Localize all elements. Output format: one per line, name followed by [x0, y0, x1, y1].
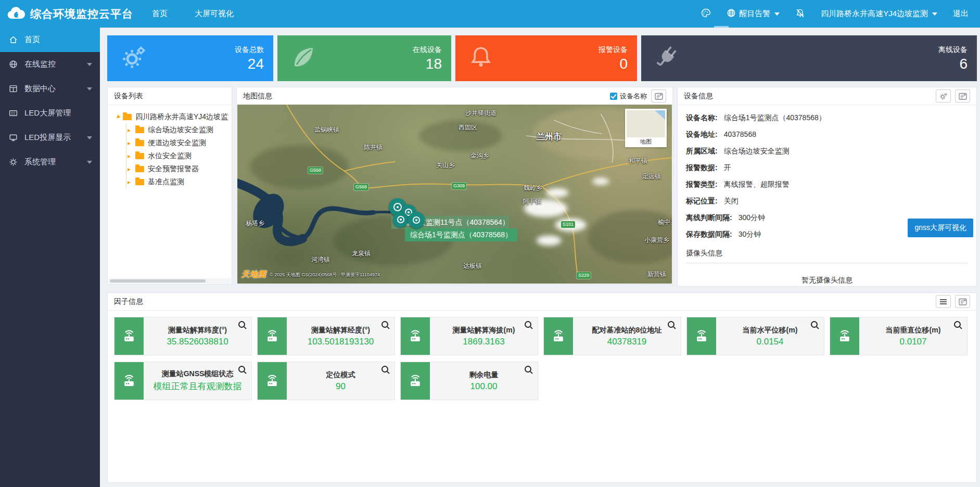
map-form-button[interactable]	[651, 89, 666, 102]
device-settings-button[interactable]	[936, 89, 951, 102]
tree-expand-icon[interactable]: ▼	[115, 112, 123, 121]
tree-node[interactable]: ▸基准点监测	[128, 175, 228, 188]
factor-card-horizontal-displacement[interactable]: 当前水平位移(m)0.0154	[686, 317, 824, 355]
tree-node-label: 安全预警报警器	[148, 164, 199, 174]
project-dropdown-label: 四川路桥永井高速YJ4边坡监测	[821, 9, 928, 19]
app-title: 综合环境监控云平台	[30, 7, 133, 21]
horizontal-scrollbar	[108, 278, 231, 284]
magnifier-icon[interactable]	[811, 321, 818, 328]
scrollbar-thumb[interactable]	[110, 279, 206, 283]
palette-icon[interactable]	[701, 8, 711, 20]
map-place-label: 杨塔乡	[246, 219, 264, 228]
folder-icon	[135, 153, 144, 159]
sidebar-item-label: 在线监控	[24, 59, 56, 69]
magnifier-icon[interactable]	[381, 366, 388, 373]
logout-button[interactable]: 退出	[953, 9, 969, 19]
factor-card-battery[interactable]: 剩余电量100.00	[400, 362, 538, 400]
tree-expand-icon[interactable]: ▸	[128, 178, 134, 186]
folder-icon	[135, 179, 144, 185]
sensor-icon	[114, 362, 144, 400]
sidebar-item-home[interactable]: 首页	[0, 28, 100, 52]
factor-card-altitude[interactable]: 测量站解算海拔(m)1869.3163	[400, 317, 538, 355]
magnifier-icon[interactable]	[238, 366, 245, 373]
tree-node[interactable]: ▸水位安全监测	[128, 149, 228, 162]
map-place-label: 定远镇	[642, 172, 661, 181]
map-place-label: 魏岭乡	[524, 184, 542, 193]
tree-expand-icon[interactable]: ▸	[128, 165, 134, 173]
device-name-checkbox[interactable]: 设备名称	[610, 92, 647, 101]
magnifier-icon[interactable]	[381, 321, 388, 328]
device-list-title: 设备列表	[114, 92, 143, 101]
stat-card-online-devices: 在线设备 18	[277, 35, 451, 81]
map-attribution: © 2025 天地图 GS(2024)0568号 - 甲测资字11104974	[270, 272, 380, 278]
project-dropdown[interactable]: 四川路桥永井高速YJ4边坡监测	[821, 9, 937, 19]
magnifier-icon[interactable]	[525, 321, 531, 328]
magnifier-icon[interactable]	[238, 321, 245, 328]
nav-item-home[interactable]: 首页	[152, 9, 168, 19]
home-icon	[8, 35, 18, 45]
sidebar-item-system-management[interactable]: 系统管理	[0, 150, 100, 174]
leaf-icon	[291, 45, 316, 72]
magnifier-icon[interactable]	[954, 321, 961, 328]
map-canvas[interactable]: 沙井驿街道 西固区 兰州市 陈井镇 金沟乡 关山乡 和平镇 定远镇 魏岭乡 阿干…	[237, 105, 672, 284]
tree-expand-icon[interactable]: ▸	[128, 152, 134, 160]
sensor-icon	[687, 317, 716, 355]
gnss-bigscreen-button[interactable]: gnss大屏可视化	[908, 219, 973, 237]
sensor-icon	[258, 362, 287, 400]
factor-title-text: 当前水平位移(m)	[743, 326, 798, 335]
bell-icon	[469, 45, 493, 71]
alert-dropdown[interactable]: 醒目告警	[727, 8, 780, 19]
factor-panel: 因子信息 测量站解算纬度(°)35.8526038810 测量站解算经度(°)1…	[107, 292, 977, 483]
globe-icon	[8, 60, 18, 69]
device-detail-button[interactable]	[955, 89, 970, 102]
device-marker[interactable]	[393, 212, 409, 227]
info-row-region: 所属区域:综合场边坡安全监测	[678, 143, 976, 159]
factor-card-longitude[interactable]: 测量站解算经度(°)103.5018193130	[257, 317, 395, 355]
sidebar-item-online-monitor[interactable]: 在线监控	[0, 52, 100, 76]
nav-item-bigscreen[interactable]: 大屏可视化	[195, 9, 234, 19]
factor-value-text: 90	[336, 381, 346, 392]
info-row-alarm-type: 报警类型:离线报警、超限报警	[678, 176, 976, 193]
device-info-title: 设备信息	[684, 92, 713, 101]
app-root: 综合环境监控云平台 首页 大屏可视化 醒目告警 四川路桥永井高速YJ4边坡监测	[0, 0, 980, 487]
road-badge: S101	[561, 221, 575, 228]
road-badge: G309	[452, 183, 466, 189]
device-marker[interactable]	[408, 212, 425, 228]
sidebar-item-label: 系统管理	[24, 157, 56, 167]
stat-value: 0	[599, 56, 628, 72]
magnifier-icon[interactable]	[668, 321, 674, 328]
factor-form-button[interactable]	[955, 295, 970, 308]
factor-card-latitude[interactable]: 测量站解算纬度(°)35.8526038810	[114, 317, 252, 355]
bell-slash-icon[interactable]	[795, 8, 805, 20]
info-row-mark-position: 标记位置:关闭	[678, 193, 976, 209]
sensor-icon	[830, 317, 859, 355]
stat-label: 在线设备	[413, 45, 442, 55]
factor-title-text: 测量站解算海拔(m)	[453, 326, 515, 335]
checkbox-checked-icon[interactable]	[610, 93, 617, 100]
tree-node[interactable]: ▸便道边坡安全监测	[128, 136, 228, 149]
factor-title-text: 剩余电量	[469, 370, 499, 380]
factor-list-view-button[interactable]	[936, 295, 951, 308]
stat-card-total-devices: 设备总数 24	[107, 35, 273, 81]
map-header: 地图信息 设备名称	[237, 87, 672, 105]
map-place-label: 阿干镇	[523, 197, 541, 206]
factor-card-gnss-module-status[interactable]: 测量站GNSS模组状态模组正常且有观测数据	[114, 362, 252, 400]
magnifier-icon[interactable]	[525, 366, 531, 373]
minimap-control[interactable]: 地图	[625, 109, 667, 147]
tree-root-node[interactable]: ▼ 四川路桥永井高速YJ4边坡监测	[115, 110, 228, 123]
tree-expand-icon[interactable]: ▸	[128, 139, 134, 147]
checkbox-label: 设备名称	[620, 92, 647, 101]
factor-card-positioning-mode[interactable]: 定位模式90	[257, 362, 395, 400]
factor-card-base-address[interactable]: 配对基准站的8位地址40378319	[543, 317, 681, 355]
device-info-panel: 设备信息 设备名称:综合场1号监测点（40378568） 设备地址:403785…	[677, 87, 977, 287]
sidebar-item-led-management[interactable]: LED大屏管理	[0, 101, 100, 125]
info-row-alarm-data: 报警数据:开	[678, 159, 976, 176]
gears-icon	[121, 44, 148, 73]
sidebar-item-led-projection[interactable]: LED投屏显示	[0, 125, 100, 150]
sidebar-item-data-center[interactable]: 数据中心	[0, 76, 100, 101]
tree-expand-icon[interactable]: ▸	[128, 126, 134, 134]
tree-node[interactable]: ▸安全预警报警器	[128, 162, 228, 175]
tree-node[interactable]: ▸综合场边坡安全监测	[128, 123, 228, 136]
factor-card-vertical-displacement[interactable]: 当前垂直位移(m)0.0107	[830, 317, 968, 355]
map-place-label: 盐锅峡镇	[314, 125, 339, 134]
